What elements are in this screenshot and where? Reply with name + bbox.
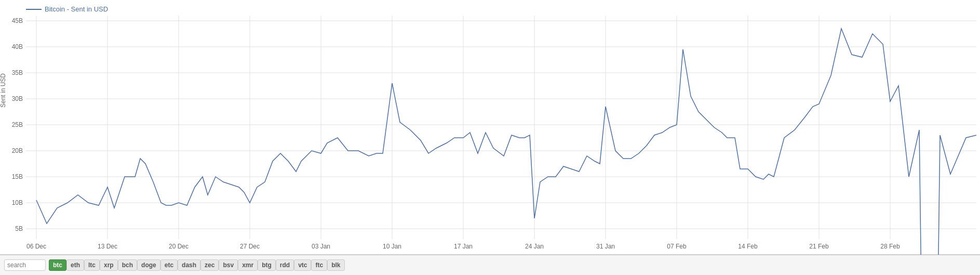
currency-tag-ftc[interactable]: ftc <box>311 259 327 271</box>
bottom-bar: btcethltcxrpbchdogeetcdashzecbsvxmrbtgrd… <box>0 255 980 275</box>
svg-text:03 Jan: 03 Jan <box>312 243 330 250</box>
svg-text:10 Jan: 10 Jan <box>383 243 401 250</box>
currency-tag-bsv[interactable]: bsv <box>219 259 238 271</box>
currency-tag-doge[interactable]: doge <box>137 259 160 271</box>
svg-text:28 Feb: 28 Feb <box>880 243 900 250</box>
chart-container: Sent in USD Bitcoin - Sent in USD 5B 10B… <box>0 0 980 255</box>
search-input[interactable] <box>4 259 46 271</box>
currency-tag-blk[interactable]: blk <box>327 259 344 271</box>
svg-text:45B: 45B <box>12 17 23 24</box>
chart-svg: 5B 10B 15B 20B 25B 30B 35B 40B 45B 06 De… <box>0 0 980 255</box>
svg-text:24 Jan: 24 Jan <box>525 243 544 250</box>
currency-tag-ltc[interactable]: ltc <box>84 259 100 271</box>
svg-text:13 Dec: 13 Dec <box>98 243 117 250</box>
currency-tag-bch[interactable]: bch <box>118 259 137 271</box>
svg-text:21 Feb: 21 Feb <box>809 243 829 250</box>
currency-tag-btg[interactable]: btg <box>258 259 276 271</box>
svg-text:17 Jan: 17 Jan <box>454 243 473 250</box>
currency-tag-xrp[interactable]: xrp <box>100 259 118 271</box>
currency-tags: btcethltcxrpbchdogeetcdashzecbsvxmrbtgrd… <box>49 259 345 271</box>
svg-text:14 Feb: 14 Feb <box>738 243 758 250</box>
currency-tag-zec[interactable]: zec <box>200 259 219 271</box>
currency-tag-vtc[interactable]: vtc <box>294 259 311 271</box>
currency-tag-btc[interactable]: btc <box>49 259 66 271</box>
svg-text:31 Jan: 31 Jan <box>596 243 615 250</box>
currency-tag-eth[interactable]: eth <box>66 259 84 271</box>
svg-text:35B: 35B <box>12 69 23 76</box>
svg-text:06 Dec: 06 Dec <box>26 243 46 250</box>
currency-tag-etc[interactable]: etc <box>160 259 178 271</box>
svg-text:10B: 10B <box>12 199 23 206</box>
chart-line <box>36 29 976 255</box>
svg-text:40B: 40B <box>12 43 23 50</box>
currency-tag-dash[interactable]: dash <box>178 259 200 271</box>
currency-tag-rdd[interactable]: rdd <box>276 259 294 271</box>
svg-text:20B: 20B <box>12 147 23 154</box>
svg-text:25B: 25B <box>12 121 23 128</box>
svg-text:20 Dec: 20 Dec <box>169 243 189 250</box>
currency-tag-xmr[interactable]: xmr <box>238 259 258 271</box>
svg-text:30B: 30B <box>12 95 23 102</box>
svg-text:15B: 15B <box>12 173 23 180</box>
svg-text:5B: 5B <box>15 225 23 232</box>
svg-text:07 Feb: 07 Feb <box>667 243 687 250</box>
svg-text:27 Dec: 27 Dec <box>240 243 260 250</box>
